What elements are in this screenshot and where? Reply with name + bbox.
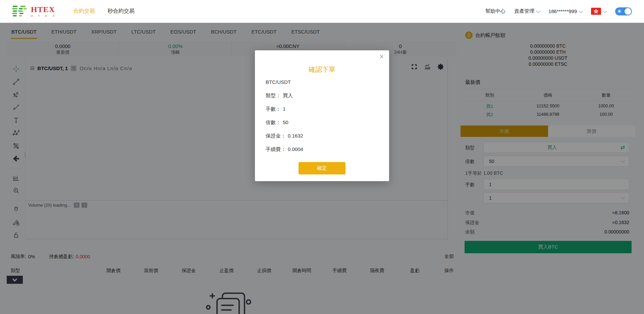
chevron-down-icon xyxy=(536,9,540,13)
nav-item-second-contract-trading[interactable]: 秒合約交易 xyxy=(108,8,135,15)
modal-row-type: 類型：買入 xyxy=(266,93,293,99)
modal-row-leverage: 倍數：50 xyxy=(266,119,288,126)
brand-logo[interactable]: HTEX H T E X xyxy=(12,4,57,18)
modal-symbol: BTC/USDT xyxy=(266,79,291,85)
modal-row-margin: 保證金：0.1632 xyxy=(266,133,303,139)
brand-name: HTEX xyxy=(31,5,57,13)
main-nav: 合約交易 秒合約交易 xyxy=(73,8,135,15)
sun-icon xyxy=(617,9,622,14)
close-icon[interactable]: × xyxy=(379,53,384,60)
theme-toggle[interactable] xyxy=(615,7,632,15)
htex-logo-icon xyxy=(12,4,28,18)
chevron-down-icon xyxy=(603,9,607,13)
chevron-down-icon xyxy=(579,9,583,13)
toggle-knob xyxy=(625,8,631,15)
modal-row-lots: 手數：1 xyxy=(266,106,285,112)
top-header: HTEX H T E X 合約交易 秒合約交易 幫助中心 資產管理 186***… xyxy=(0,0,644,23)
confirm-order-modal: × 確認下單 BTC/USDT 類型：買入 手數：1 倍數：50 保證金：0.1… xyxy=(255,50,389,181)
brand-subtitle: H T E X xyxy=(31,15,57,17)
language-menu[interactable] xyxy=(591,8,606,15)
nav-item-contract-trading[interactable]: 合約交易 xyxy=(73,8,95,15)
confirm-button[interactable]: 確定 xyxy=(299,162,345,174)
assets-menu[interactable]: 資產管理 xyxy=(514,8,540,14)
modal-row-fee: 手續費：0.0004 xyxy=(266,146,303,153)
help-center-link[interactable]: 幫助中心 xyxy=(485,8,505,14)
modal-title: 確認下單 xyxy=(255,65,389,74)
account-menu[interactable]: 186******999 xyxy=(548,8,582,14)
hong-kong-flag-icon xyxy=(591,8,601,15)
